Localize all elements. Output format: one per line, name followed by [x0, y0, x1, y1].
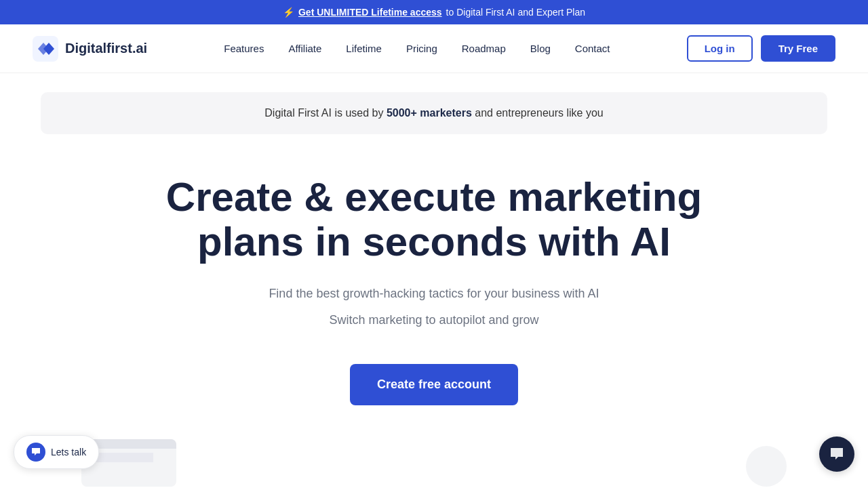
lightning-icon: ⚡	[283, 7, 294, 18]
nav-blog[interactable]: Blog	[530, 43, 551, 54]
nav-roadmap[interactable]: Roadmap	[462, 43, 506, 54]
chat-widget-left[interactable]: Lets talk	[14, 435, 99, 469]
chat-bubble-icon	[31, 447, 41, 457]
nav-lifetime[interactable]: Lifetime	[346, 43, 382, 54]
chat-left-label: Lets talk	[51, 447, 86, 458]
login-button[interactable]: Log in	[687, 35, 753, 62]
announcement-bar: ⚡ Get UNLIMITED Lifetime access to Digit…	[0, 0, 868, 24]
social-proof-banner: Digital First AI is used by 5000+ market…	[41, 92, 827, 134]
logo[interactable]: Digitalfirst.ai	[33, 36, 147, 62]
main-nav: Features Affiliate Lifetime Pricing Road…	[224, 43, 610, 54]
hero-subtitle-2: Switch marketing to autopilot and grow	[27, 310, 841, 331]
social-proof-prefix: Digital First AI is used by	[264, 107, 387, 119]
hero-heading-line1: Create & execute marketing	[166, 174, 702, 220]
header: Digitalfirst.ai Features Affiliate Lifet…	[0, 24, 868, 73]
hero-decoration	[27, 432, 841, 487]
announcement-suffix: to Digital First AI and Expert Plan	[446, 7, 585, 18]
hero-heading-line2: plans in seconds with AI	[197, 219, 671, 264]
social-proof-suffix: and entrepreneurs like you	[472, 107, 604, 119]
hero-section: Create & execute marketing plans in seco…	[0, 134, 868, 488]
chat-widget-right[interactable]	[819, 436, 854, 472]
create-account-button[interactable]: Create free account	[350, 364, 518, 405]
social-proof-highlight: 5000+ marketers	[387, 107, 472, 119]
decoration-right	[746, 446, 787, 487]
try-free-button[interactable]: Try Free	[761, 35, 835, 62]
hero-cta-area: Create free account	[27, 364, 841, 405]
nav-contact[interactable]: Contact	[575, 43, 610, 54]
logo-text: Digitalfirst.ai	[65, 41, 147, 56]
nav-affiliate[interactable]: Affiliate	[288, 43, 321, 54]
announcement-link[interactable]: Get UNLIMITED Lifetime access	[298, 7, 442, 18]
hero-subtitle-1: Find the best growth-hacking tactics for…	[27, 283, 841, 304]
chat-right-icon	[829, 447, 844, 462]
nav-features[interactable]: Features	[224, 43, 264, 54]
hero-heading: Create & execute marketing plans in seco…	[163, 175, 705, 264]
header-actions: Log in Try Free	[687, 35, 835, 62]
logo-icon	[33, 36, 58, 62]
chat-left-icon	[26, 443, 45, 462]
nav-pricing[interactable]: Pricing	[406, 43, 437, 54]
